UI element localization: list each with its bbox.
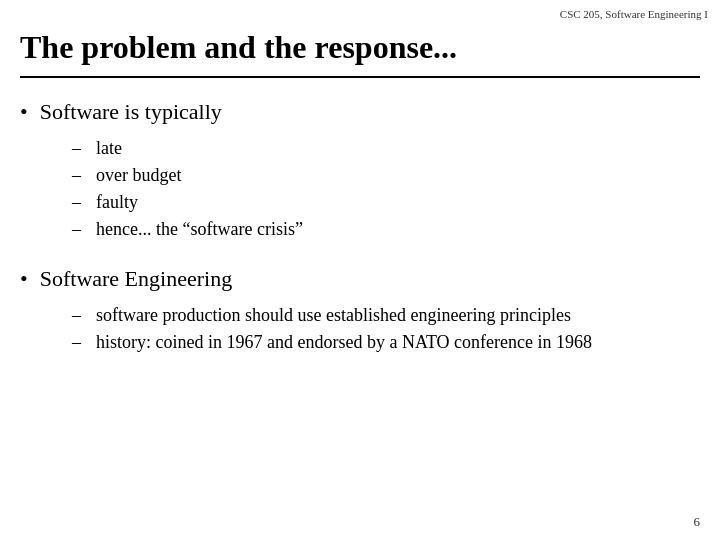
sub-bullet-1-1: – late — [72, 135, 690, 162]
sub-bullets-2: – software production should use establi… — [72, 302, 690, 356]
sub-dash-1-4: – — [72, 216, 86, 243]
bullet-dot-1: • — [20, 98, 28, 127]
content-area: • Software is typically – late – over bu… — [0, 78, 720, 397]
bullet-main-1: • Software is typically — [20, 98, 690, 127]
bullet-item-2: • Software Engineering – software produc… — [20, 265, 690, 356]
bullet-dot-2: • — [20, 265, 28, 294]
sub-dash-2-1: – — [72, 302, 86, 329]
sub-dash-1-2: – — [72, 162, 86, 189]
sub-dash-2-2: – — [72, 329, 86, 356]
sub-text-1-2: over budget — [96, 162, 181, 189]
sub-text-1-1: late — [96, 135, 122, 162]
header-label: CSC 205, Software Engineering I — [560, 8, 708, 20]
sub-dash-1-1: – — [72, 135, 86, 162]
sub-dash-1-3: – — [72, 189, 86, 216]
sub-bullet-1-4: – hence... the “software crisis” — [72, 216, 690, 243]
bullet-item-1: • Software is typically – late – over bu… — [20, 98, 690, 243]
bullet-text-1: Software is typically — [40, 98, 222, 127]
sub-bullet-1-2: – over budget — [72, 162, 690, 189]
sub-bullet-2-1: – software production should use establi… — [72, 302, 690, 329]
page-number: 6 — [694, 514, 701, 530]
sub-text-1-4: hence... the “software crisis” — [96, 216, 303, 243]
bullet-text-2: Software Engineering — [40, 265, 232, 294]
sub-bullet-2-2: – history: coined in 1967 and endorsed b… — [72, 329, 690, 356]
sub-text-1-3: faulty — [96, 189, 138, 216]
slide: CSC 205, Software Engineering I The prob… — [0, 0, 720, 540]
sub-bullets-1: – late – over budget – faulty – hence...… — [72, 135, 690, 243]
bullet-main-2: • Software Engineering — [20, 265, 690, 294]
sub-text-2-2: history: coined in 1967 and endorsed by … — [96, 329, 592, 356]
sub-text-2-1: software production should use establish… — [96, 302, 571, 329]
sub-bullet-1-3: – faulty — [72, 189, 690, 216]
